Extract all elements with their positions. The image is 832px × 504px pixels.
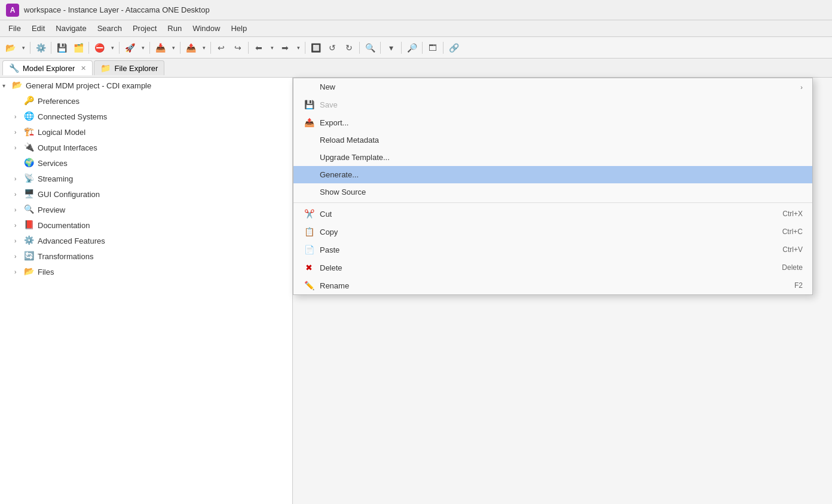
back-btn[interactable]: ↩ <box>213 40 229 56</box>
ctx-upgrade[interactable]: Upgrade Template... <box>293 149 812 166</box>
tree-item-connected-systems[interactable]: › 🌐 Connected Systems <box>0 109 292 124</box>
settings-btn[interactable]: ⚙️ <box>33 40 48 56</box>
tab-model-explorer[interactable]: 🔧 Model Explorer ✕ <box>2 60 93 75</box>
menu-item-run[interactable]: Run <box>163 22 186 35</box>
ctx-cut-shortcut: Ctrl+X <box>782 210 803 218</box>
tree-item-files[interactable]: › 📂 Files <box>0 264 292 279</box>
transformations-arrow: › <box>14 253 24 260</box>
gui-config-arrow: › <box>14 191 24 198</box>
export-dropdown[interactable]: ▾ <box>200 40 208 56</box>
menu-item-edit[interactable]: Edit <box>27 22 50 35</box>
run-dropdown[interactable]: ▾ <box>139 40 147 56</box>
tab-file-explorer[interactable]: 📁 File Explorer <box>94 60 164 75</box>
tab-model-explorer-close[interactable]: ✕ <box>81 64 86 72</box>
preview-label: Preview <box>38 205 65 214</box>
main-area: ▾ 📂 General MDM project - CDI example 🔑 … <box>0 78 832 504</box>
new-file-dropdown[interactable]: ▾ <box>19 40 27 56</box>
ctx-paste-label: Paste <box>320 245 747 254</box>
files-arrow: › <box>14 269 24 275</box>
tree-item-advanced-features[interactable]: › ⚙️ Advanced Features <box>0 233 292 248</box>
context-menu: New › 💾 Save 📤 Export... Reload Metadata… <box>293 78 813 295</box>
connect-btn[interactable]: 🔗 <box>446 40 461 56</box>
ctx-rename[interactable]: ✏️ Rename F2 <box>293 276 812 294</box>
stop-dropdown[interactable]: ▾ <box>108 40 117 56</box>
next-btn[interactable]: ➡ <box>277 40 293 56</box>
ctx-new[interactable]: New › <box>293 78 812 96</box>
ctx-copy-icon: 📋 <box>303 227 315 236</box>
prev-btn[interactable]: ⬅ <box>251 40 267 56</box>
ctx-delete-label: Delete <box>320 263 746 272</box>
connected-systems-label: Connected Systems <box>38 112 107 121</box>
ctx-cut[interactable]: ✂️ Cut Ctrl+X <box>293 205 812 223</box>
save-btn[interactable]: 💾 <box>54 40 69 56</box>
documentation-icon: 📕 <box>24 220 35 231</box>
streaming-arrow: › <box>14 176 24 182</box>
redo-btn[interactable]: ↻ <box>341 40 357 56</box>
tab-file-explorer-label: File Explorer <box>114 64 158 73</box>
menu-item-window[interactable]: Window <box>188 22 225 35</box>
undo-btn[interactable]: ↺ <box>325 40 340 56</box>
zoom-in-btn[interactable]: 🔎 <box>404 40 420 56</box>
tree-root-item[interactable]: ▾ 📂 General MDM project - CDI example <box>0 78 292 93</box>
menu-item-help[interactable]: Help <box>226 22 252 35</box>
app-logo: A <box>6 4 19 17</box>
documentation-arrow: › <box>14 222 24 229</box>
ctx-show-source[interactable]: Show Source <box>293 183 812 201</box>
layout-btn[interactable]: 🗔 <box>425 40 441 56</box>
run-btn[interactable]: 🚀 <box>122 40 137 56</box>
ctx-rename-shortcut: F2 <box>794 281 803 290</box>
model-explorer-icon: 🔧 <box>9 63 19 73</box>
tree-item-logical-model[interactable]: › 🏗️ Logical Model <box>0 124 292 140</box>
tree-item-preferences[interactable]: 🔑 Preferences <box>0 93 292 109</box>
tree-item-output-interfaces[interactable]: › 🔌 Output Interfaces <box>0 140 292 155</box>
advanced-features-arrow: › <box>14 238 24 244</box>
prev-dropdown[interactable]: ▾ <box>268 40 276 56</box>
menu-item-file[interactable]: File <box>4 22 26 35</box>
gui-config-label: GUI Configuration <box>38 190 100 199</box>
forward-btn[interactable]: ↪ <box>230 40 246 56</box>
menu-item-project[interactable]: Project <box>128 22 161 35</box>
ctx-cut-label: Cut <box>320 210 747 219</box>
ctx-reload[interactable]: Reload Metadata <box>293 131 812 149</box>
ctx-copy[interactable]: 📋 Copy Ctrl+C <box>293 223 812 241</box>
export-btn[interactable]: 📤 <box>183 40 198 56</box>
import-dropdown[interactable]: ▾ <box>169 40 178 56</box>
ctx-show-source-label: Show Source <box>320 188 803 196</box>
tree-item-gui-config[interactable]: › 🖥️ GUI Configuration <box>0 186 292 202</box>
tree-item-streaming[interactable]: › 📡 Streaming <box>0 171 292 186</box>
ctx-paste-icon: 📄 <box>303 245 315 254</box>
ctx-paste[interactable]: 📄 Paste Ctrl+V <box>293 241 812 259</box>
menu-item-search[interactable]: Search <box>93 22 127 35</box>
menu-bar: FileEditNavigateSearchProjectRunWindowHe… <box>0 20 832 37</box>
ctx-new-label: New <box>320 82 800 91</box>
ctx-generate[interactable]: Generate... <box>293 166 812 183</box>
tree-item-transformations[interactable]: › 🔄 Transformations <box>0 248 292 264</box>
transformations-label: Transformations <box>38 252 93 261</box>
preferences-label: Preferences <box>38 97 79 106</box>
stop-btn[interactable]: ⛔ <box>91 40 107 56</box>
logical-model-arrow: › <box>14 129 24 136</box>
file-explorer-icon: 📁 <box>100 63 111 73</box>
ctx-export[interactable]: 📤 Export... <box>293 113 812 131</box>
import-btn[interactable]: 📥 <box>152 40 168 56</box>
next-dropdown[interactable]: ▾ <box>294 40 302 56</box>
ctx-delete-icon: ✖ <box>303 263 315 272</box>
services-label: Services <box>38 159 68 168</box>
ctx-reload-label: Reload Metadata <box>320 136 803 145</box>
tree-item-services[interactable]: 🌍 Services <box>0 155 292 171</box>
tree-item-documentation[interactable]: › 📕 Documentation <box>0 217 292 233</box>
ctx-copy-shortcut: Ctrl+C <box>782 228 803 236</box>
view-dropdown[interactable]: ▾ <box>383 40 399 56</box>
tree-item-preview[interactable]: › 🔍 Preview <box>0 202 292 217</box>
menu-item-navigate[interactable]: Navigate <box>51 22 91 35</box>
root-folder-icon: 📂 <box>12 80 23 91</box>
ctx-new-arrow: › <box>800 84 803 91</box>
window-btn[interactable]: 🔲 <box>308 40 323 56</box>
model-explorer-panel: ▾ 📂 General MDM project - CDI example 🔑 … <box>0 78 293 504</box>
new-file-btn[interactable]: 📂 <box>2 40 18 56</box>
ctx-delete[interactable]: ✖ Delete Delete <box>293 259 812 276</box>
advanced-features-label: Advanced Features <box>38 236 105 245</box>
save-all-btn[interactable]: 🗂️ <box>71 40 86 56</box>
files-label: Files <box>38 268 54 276</box>
zoom-btn[interactable]: 🔍 <box>362 40 378 56</box>
